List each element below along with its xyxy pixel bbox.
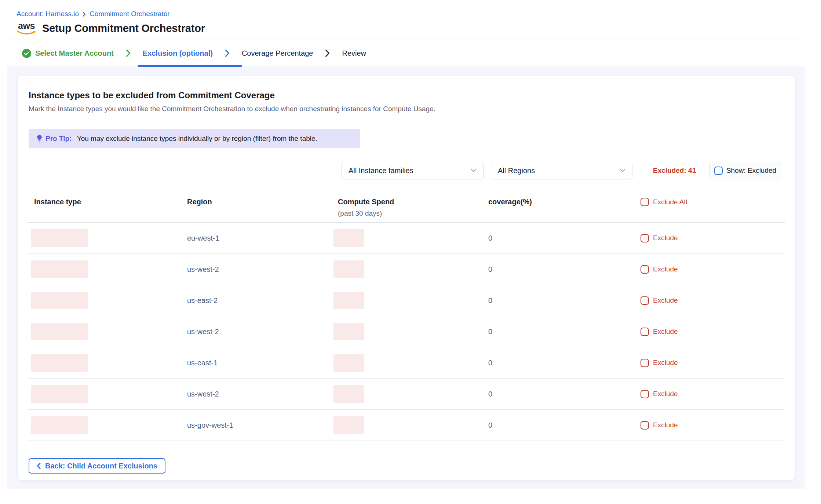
table-row: us-west-2 0 Exclude — [28, 316, 785, 347]
card-subtitle: Mark the Instance types you would like t… — [29, 105, 781, 113]
wizard-stepper: Select Master Account Exclusion (optiona… — [7, 40, 805, 66]
column-header-compute-spend-sub: (past 30 days) — [338, 209, 488, 218]
step-coverage-percentage[interactable]: Coverage Percentage — [242, 49, 313, 58]
step-review[interactable]: Review — [342, 49, 366, 58]
instance-type-redacted — [31, 323, 88, 340]
aws-smile-arrow — [17, 30, 36, 35]
region-cell: us-gov-west-1 — [187, 421, 333, 430]
region-cell: eu-west-1 — [187, 234, 333, 242]
column-header-coverage: coverage(%) — [488, 198, 641, 206]
column-header-exclude-all: Exclude All — [641, 198, 785, 206]
compute-spend-redacted — [333, 292, 364, 309]
exclude-label[interactable]: Exclude — [653, 265, 678, 273]
excluded-count: Excluded: 41 — [653, 167, 696, 175]
vertical-divider — [642, 164, 642, 178]
instance-type-redacted — [31, 292, 88, 309]
coverage-cell: 0 — [488, 296, 641, 305]
column-header-instance-type: Instance type — [28, 198, 187, 206]
coverage-cell: 0 — [488, 265, 641, 274]
exclude-label[interactable]: Exclude — [653, 421, 678, 429]
pro-tip-label: Pro Tip: — [45, 135, 74, 143]
coverage-cell: 0 — [488, 421, 641, 430]
breadcrumb: Account: Harness.io Commitment Orchestra… — [17, 10, 805, 18]
instance-type-redacted — [31, 354, 88, 372]
region-cell: us-west-2 — [187, 265, 333, 274]
lightbulb-icon — [37, 135, 42, 143]
compute-spend-redacted — [333, 323, 364, 340]
chevron-right-icon — [126, 49, 131, 57]
chevron-down-icon — [620, 169, 625, 172]
instance-type-redacted — [31, 260, 88, 278]
instance-type-redacted — [31, 416, 88, 434]
compute-spend-redacted — [333, 385, 364, 403]
exclude-checkbox[interactable] — [641, 421, 649, 430]
instance-families-dropdown[interactable]: All Instance families — [342, 162, 484, 179]
coverage-cell: 0 — [488, 328, 641, 336]
regions-dropdown[interactable]: All Regions — [491, 162, 632, 179]
table-header-row: Instance type Region Compute Spend (past… — [28, 198, 785, 223]
region-cell: us-west-2 — [187, 328, 333, 336]
aws-logo: aws — [17, 21, 36, 35]
card-title: Instance types to be excluded from Commi… — [29, 90, 781, 101]
exclude-label[interactable]: Exclude — [653, 296, 678, 304]
instance-type-redacted — [31, 229, 88, 247]
check-icon — [22, 48, 32, 58]
chevron-down-icon — [471, 169, 477, 172]
table-row: us-east-1 0 Exclude — [28, 347, 785, 379]
table-row: us-west-2 0 Exclude — [28, 379, 785, 410]
show-excluded-checkbox[interactable] — [714, 167, 723, 175]
page-title: Setup Commitment Orchestrator — [42, 22, 205, 34]
exclude-label[interactable]: Exclude — [653, 390, 678, 398]
back-button[interactable]: Back: Child Account Exclusions — [29, 458, 165, 474]
chevron-right-icon — [83, 12, 86, 17]
instance-type-redacted — [31, 385, 88, 403]
table-row: us-east-2 0 Exclude — [28, 285, 785, 316]
content-area: Instance types to be excluded from Commi… — [7, 66, 805, 489]
compute-spend-redacted — [333, 260, 364, 278]
coverage-cell: 0 — [488, 390, 641, 398]
table-row: eu-west-1 0 Exclude — [28, 223, 785, 254]
region-cell: us-west-2 — [187, 390, 333, 398]
exclude-checkbox[interactable] — [641, 296, 649, 305]
exclude-checkbox[interactable] — [641, 328, 649, 336]
coverage-cell: 0 — [488, 234, 641, 242]
breadcrumb-page-link[interactable]: Commitment Orchestrator — [90, 10, 170, 18]
compute-spend-redacted — [333, 416, 364, 434]
breadcrumb-account-link[interactable]: Account: Harness.io — [17, 10, 79, 18]
exclude-label[interactable]: Exclude — [653, 328, 678, 336]
coverage-cell: 0 — [488, 359, 641, 367]
column-header-compute-spend: Compute Spend (past 30 days) — [333, 198, 488, 218]
chevron-right-icon — [325, 49, 330, 57]
region-cell: us-east-1 — [187, 359, 333, 367]
exclude-label[interactable]: Exclude — [653, 359, 678, 367]
chevron-left-icon — [37, 463, 41, 469]
column-header-region: Region — [187, 198, 333, 206]
page-header: Account: Harness.io Commitment Orchestra… — [7, 7, 805, 40]
exclusion-table: Instance type Region Compute Spend (past… — [28, 198, 785, 441]
exclude-checkbox[interactable] — [641, 390, 649, 398]
title-row: aws Setup Commitment Orchestrator — [17, 21, 805, 35]
step-exclusion-optional[interactable]: Exclusion (optional) — [143, 49, 213, 58]
compute-spend-redacted — [333, 229, 364, 247]
chevron-right-icon — [225, 49, 230, 57]
table-row: us-west-2 0 Exclude — [28, 254, 785, 285]
app-window: Account: Harness.io Commitment Orchestra… — [7, 7, 805, 489]
show-excluded-toggle[interactable]: Show: Excluded — [709, 162, 781, 179]
compute-spend-redacted — [333, 354, 364, 372]
exclude-checkbox[interactable] — [641, 359, 649, 367]
exclude-checkbox[interactable] — [641, 265, 649, 274]
exclusion-card: Instance types to be excluded from Commi… — [18, 76, 795, 480]
step-select-master-account[interactable]: Select Master Account — [22, 48, 114, 58]
filter-row: All Instance families All Regions Exclud… — [18, 162, 795, 180]
exclude-label[interactable]: Exclude — [653, 234, 678, 242]
exclude-all-checkbox[interactable] — [641, 198, 649, 206]
pro-tip-banner: Pro Tip: You may exclude instance types … — [29, 129, 360, 148]
pro-tip-text: You may exclude instance types individua… — [77, 135, 317, 143]
region-cell: us-east-2 — [187, 296, 333, 305]
exclude-checkbox[interactable] — [641, 234, 649, 242]
table-row: us-gov-west-1 0 Exclude — [28, 410, 785, 441]
